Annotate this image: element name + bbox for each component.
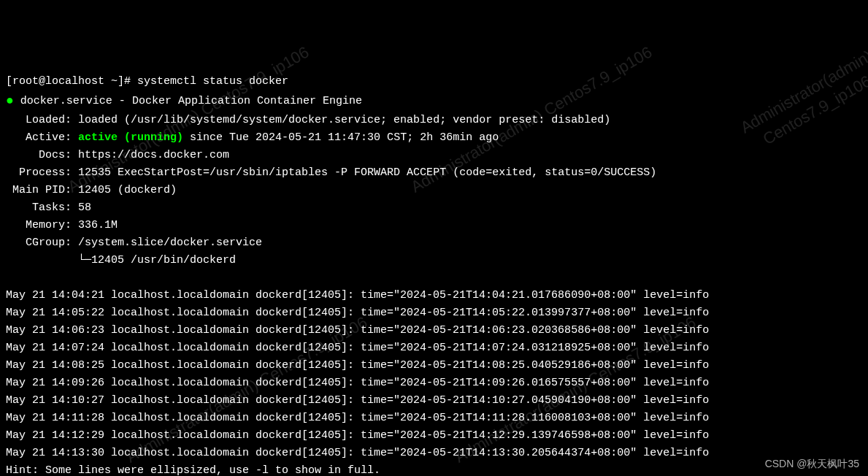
memory-value: 336.1M <box>78 219 118 231</box>
process-label: Process: <box>19 166 72 179</box>
docs-value: https://docs.docker.com <box>78 149 229 161</box>
cgroup-label: CGroup: <box>26 237 72 249</box>
log-line: May 21 14:07:24 localhost.localdomain do… <box>6 342 709 354</box>
shell-prompt: [root@localhost ~]# <box>6 75 131 88</box>
tasks-label: Tasks: <box>32 201 72 214</box>
process-value: 12535 ExecStartPost=/usr/sbin/iptables -… <box>78 166 656 179</box>
active-since: since Tue 2024-05-21 11:47:30 CST; 2h 36… <box>183 131 499 144</box>
mainpid-value: 12405 (dockerd) <box>78 184 177 196</box>
tasks-value: 58 <box>78 201 91 214</box>
cgroup-tree-value: 12405 /usr/bin/dockerd <box>91 254 236 266</box>
loaded-label: Loaded: <box>26 114 72 126</box>
status-dot-icon: ● <box>6 93 14 108</box>
log-line: May 21 14:11:28 localhost.localdomain do… <box>6 412 709 424</box>
log-line: May 21 14:10:27 localhost.localdomain do… <box>6 394 709 407</box>
log-line: May 21 14:05:22 localhost.localdomain do… <box>6 307 709 319</box>
docs-label: Docs: <box>39 149 72 161</box>
log-line: May 21 14:08:25 localhost.localdomain do… <box>6 359 709 372</box>
hint-line: Hint: Some lines were ellipsized, use -l… <box>6 464 380 476</box>
log-line: May 21 14:04:21 localhost.localdomain do… <box>6 289 709 302</box>
loaded-value: loaded (/usr/lib/systemd/system/docker.s… <box>78 114 610 126</box>
command-text: systemctl status docker <box>137 75 288 88</box>
memory-label: Memory: <box>26 219 72 231</box>
log-line: May 21 14:09:26 localhost.localdomain do… <box>6 377 709 389</box>
service-desc: Docker Application Container Engine <box>132 95 362 107</box>
service-sep: - <box>112 95 132 107</box>
log-line: May 21 14:12:29 localhost.localdomain do… <box>6 429 709 442</box>
active-label: Active: <box>26 131 72 144</box>
csdn-watermark: CSDN @秋天枫叶35 <box>765 456 859 472</box>
cgroup-value: /system.slice/docker.service <box>78 237 262 249</box>
cgroup-tree-prefix: └─ <box>6 254 91 266</box>
terminal-output: [root@localhost ~]# systemctl status doc… <box>6 73 862 476</box>
service-name: docker.service <box>20 95 112 107</box>
log-line: May 21 14:06:23 localhost.localdomain do… <box>6 324 709 337</box>
log-line: May 21 14:13:30 localhost.localdomain do… <box>6 447 709 459</box>
mainpid-label: Main PID: <box>12 184 72 196</box>
active-status: active (running) <box>78 131 183 144</box>
